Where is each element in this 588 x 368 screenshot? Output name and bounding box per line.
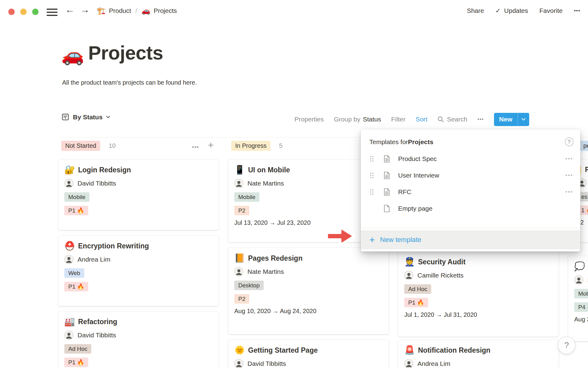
template-item-product-spec[interactable]: Product Spec ••• [361, 151, 580, 167]
mobile-phone-icon: 📱 [234, 166, 244, 174]
assignee-name: David Tibbitts [247, 360, 286, 367]
back-icon[interactable]: ← [65, 5, 75, 14]
status-badge[interactable]: Not Started [61, 141, 100, 151]
share-button[interactable]: Share [467, 7, 484, 14]
templates-popup-header: Templates for Projects ? [361, 129, 580, 151]
zoom-button[interactable] [32, 9, 39, 15]
sort-button[interactable]: Sort [416, 116, 428, 123]
card-title: Getting Started Page [248, 346, 318, 355]
date-range: Jul 1, 2020 → Jul 31, 2020 [404, 311, 552, 318]
search-label: Search [447, 116, 467, 123]
new-template-label: New template [380, 236, 421, 244]
card-refactoring[interactable]: 🏭 Refactoring David Tibbitts Ad Hoc P1 🔥 [58, 311, 219, 368]
template-name: User Interview [398, 172, 439, 179]
breadcrumb: 🏗️ Product / 🚗 Projects [97, 7, 177, 14]
breadcrumb-label: Projects [154, 7, 177, 14]
card-security-audit[interactable]: 👮 Security Audit Camille Ricketts Ad Hoc… [398, 251, 559, 337]
card-encryption-rewriting[interactable]: ⛑️ Encryption Rewriting Andrea Lim Web P… [58, 236, 219, 306]
popup-title-prefix: Templates for [369, 138, 408, 146]
document-icon [383, 188, 390, 196]
priority-tag: P1 🔥 [64, 282, 88, 291]
new-template-button[interactable]: + New template [361, 230, 580, 249]
more-icon[interactable]: ••• [565, 189, 573, 195]
template-item-user-interview[interactable]: User Interview ••• [361, 167, 580, 184]
breadcrumb-item-projects[interactable]: 🚗 Projects [141, 7, 177, 14]
more-icon[interactable]: ••• [565, 156, 573, 162]
breadcrumb-item-product[interactable]: 🏗️ Product [97, 7, 131, 14]
card-title: Pages Redesign [248, 254, 303, 263]
more-icon[interactable]: ••• [565, 172, 573, 179]
column-header-in-progress: In Progress 5 [231, 141, 282, 151]
priority-tag: P1 🔥 [404, 298, 428, 307]
minimize-button[interactable] [20, 9, 27, 15]
card-title: UI on Mobile [248, 166, 290, 174]
sidebar-menu-icon[interactable] [47, 9, 58, 16]
filter-button[interactable]: Filter [391, 116, 405, 123]
thought-balloon-icon: 💭 [574, 262, 584, 271]
column-more-icon[interactable]: ••• [192, 144, 199, 151]
avatar [404, 271, 413, 280]
favorite-button[interactable]: Favorite [539, 7, 563, 14]
search-button[interactable]: Search [437, 116, 467, 123]
popup-divider [361, 228, 580, 228]
view-selector[interactable]: By Status [61, 113, 110, 121]
sun-with-face-icon: 🌞 [234, 346, 244, 355]
rescue-helmet-icon: ⛑️ [64, 242, 74, 250]
drag-handle-icon[interactable] [369, 155, 374, 163]
window-controls [8, 9, 39, 15]
breadcrumb-label: Product [109, 7, 131, 14]
app-window: ← → 🏗️ Product / 🚗 Projects Share ✓ Upda… [0, 0, 588, 368]
assignee-name: David Tibbitts [77, 180, 116, 187]
board-view-icon [61, 113, 70, 121]
assignee-name: Nate Martins [247, 180, 284, 187]
status-badge[interactable]: In Progress [231, 141, 270, 151]
card-partial[interactable]: 💭 C S Mob P4 Aug 3 [568, 256, 588, 341]
template-item-empty-page[interactable]: Empty page [361, 200, 580, 217]
assignee-name: Camille Ricketts [417, 272, 464, 279]
more-icon[interactable]: ••• [574, 8, 580, 14]
red-arrow-annotation [324, 223, 356, 249]
factory-icon: 🏭 [64, 317, 74, 326]
template-item-rfc[interactable]: RFC ••• [361, 184, 580, 200]
platform-tag: Web [64, 268, 84, 278]
forward-icon[interactable]: → [80, 5, 90, 14]
avatar [234, 267, 243, 276]
card-title: Security Audit [418, 258, 466, 266]
close-button[interactable] [8, 9, 15, 15]
card-title: Login Redesign [78, 166, 131, 174]
help-button[interactable]: ? [558, 337, 575, 354]
search-icon [437, 116, 444, 123]
new-button[interactable]: New [494, 113, 518, 126]
platform-tag: Mobile [64, 192, 89, 202]
card-pages-redesign[interactable]: 📙 Pages Redesign Nate Martins Desktop P2… [228, 248, 389, 334]
view-more-icon[interactable]: ••• [477, 116, 484, 122]
card-notification-redesign[interactable]: 🚨 Notification Redesign Andrea Lim [398, 340, 559, 368]
group-by-button[interactable]: Group by Status [334, 116, 381, 123]
page-icon[interactable]: 🚗 [61, 46, 84, 64]
new-dropdown-button[interactable] [518, 113, 529, 126]
template-name: Empty page [398, 205, 432, 212]
properties-button[interactable]: Properties [295, 116, 324, 123]
avatar [64, 331, 74, 340]
platform-tag: Ad Hoc [404, 284, 431, 294]
column-add-icon[interactable]: + [208, 140, 214, 151]
drag-handle-icon[interactable] [369, 188, 374, 196]
view-name: By Status [73, 113, 103, 121]
avatar [234, 179, 243, 188]
templates-popup: Templates for Projects ? Product Spec ••… [361, 129, 580, 251]
help-icon[interactable]: ? [565, 137, 574, 146]
date-range: Aug 10, 2020 → Aug 24, 2020 [234, 308, 383, 315]
police-officer-icon: 👮 [404, 258, 414, 266]
platform-tag: Mob [574, 289, 588, 298]
building-construction-icon: 🏗️ [97, 7, 106, 14]
updates-label: Updates [504, 7, 528, 14]
updates-button[interactable]: ✓ Updates [495, 7, 528, 14]
car-icon: 🚗 [141, 7, 150, 14]
card-title: Encryption Rewriting [78, 242, 149, 250]
drag-handle-icon[interactable] [369, 172, 374, 179]
priority-tag: P2 [234, 294, 249, 304]
card-login-redesign[interactable]: 🔐 Login Redesign David Tibbitts Mobile P… [58, 159, 219, 230]
card-getting-started-page[interactable]: 🌞 Getting Started Page David Tibbitts [228, 340, 389, 368]
card-title: P [585, 166, 588, 174]
popup-title-subject: Projects [408, 138, 433, 146]
